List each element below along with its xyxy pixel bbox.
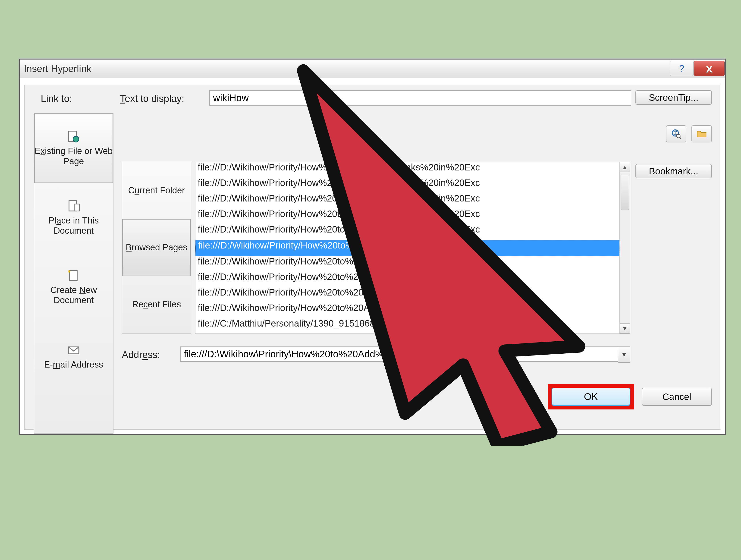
ok-button[interactable]: OK bbox=[552, 388, 630, 406]
browsed-pages-tab[interactable]: Browsed Pages bbox=[122, 219, 191, 276]
link-to-existing-file[interactable]: Existing File or Web Page bbox=[34, 114, 113, 183]
recent-files-tab[interactable]: Recent Files bbox=[122, 276, 191, 333]
svg-point-7 bbox=[677, 134, 680, 138]
svg-rect-3 bbox=[74, 204, 80, 211]
address-dropdown-button[interactable]: ▼ bbox=[618, 347, 630, 363]
svg-point-1 bbox=[73, 136, 79, 142]
help-button[interactable]: ? bbox=[670, 61, 693, 76]
file-list-items: file:///D:/Wikihow/Priority/How%20to%20A… bbox=[195, 162, 620, 333]
globe-search-icon bbox=[670, 129, 682, 139]
list-item[interactable]: file:///D:/Wikihow/Priority/How%20to%20A… bbox=[195, 240, 620, 256]
listbox-scrollbar[interactable]: ▲ ▼ bbox=[619, 162, 630, 333]
link-to-label: Link to: bbox=[41, 93, 72, 104]
dialog-body: Link to: Text to display: ScreenTip... B… bbox=[24, 85, 720, 430]
link-to-create-new-document[interactable]: Create New Document bbox=[34, 252, 113, 322]
help-icon: ? bbox=[679, 63, 684, 74]
chevron-down-icon: ▼ bbox=[621, 351, 627, 358]
browse-file-button[interactable] bbox=[691, 125, 712, 142]
address-label: Address: bbox=[122, 349, 160, 360]
link-to-email-address[interactable]: E-mail Address bbox=[34, 322, 113, 391]
close-icon: x bbox=[706, 61, 713, 75]
new-document-icon bbox=[66, 269, 82, 283]
ok-button-highlight: OK bbox=[548, 384, 634, 410]
list-item[interactable]: file:///D:/Wikihow/Priority/How%20to%20A… bbox=[195, 272, 620, 287]
list-item[interactable]: file:///D:/Wikihow/Priority/How%20to%20A… bbox=[195, 287, 620, 303]
text-to-display-label: Text to display: bbox=[120, 93, 184, 104]
scroll-up-button[interactable]: ▲ bbox=[620, 162, 630, 172]
link-to-place-in-document[interactable]: Place in This Document bbox=[34, 183, 113, 252]
titlebar: Insert Hyperlink ? x bbox=[20, 60, 725, 78]
list-item[interactable]: file:///D:/Wikihow/Priority/How%20to%20A… bbox=[195, 162, 620, 178]
document-bookmark-icon bbox=[66, 199, 82, 213]
browse-mode-nav: Current Folder Browsed Pages Recent File… bbox=[122, 162, 191, 334]
screentip-button[interactable]: ScreenTip... bbox=[635, 90, 712, 105]
browse-web-button[interactable] bbox=[666, 125, 686, 142]
close-button[interactable]: x bbox=[694, 61, 725, 76]
list-item[interactable]: file:///C:/Matthiu/Personality/1390_9151… bbox=[195, 318, 620, 334]
text-to-display-input[interactable] bbox=[209, 90, 631, 106]
list-item[interactable]: file:///D:/Wikihow/Priority/How%20to%20A… bbox=[195, 303, 620, 318]
list-item[interactable]: file:///D:/Wikihow/Priority/How%20to%20A… bbox=[195, 209, 620, 224]
scroll-track[interactable] bbox=[620, 172, 630, 323]
bookmark-button[interactable]: Bookmark... bbox=[635, 164, 712, 178]
link-to-sidebar: Existing File or Web Page Place in This … bbox=[34, 113, 114, 434]
list-item[interactable]: file:///D:/Wikihow/Priority/How%20to%20A… bbox=[195, 256, 620, 272]
cancel-button[interactable]: Cancel bbox=[642, 388, 712, 406]
dialog-title: Insert Hyperlink bbox=[20, 63, 91, 74]
current-folder-tab[interactable]: Current Folder bbox=[122, 162, 191, 219]
folder-open-icon bbox=[696, 129, 708, 139]
web-page-icon bbox=[66, 130, 82, 144]
scroll-thumb[interactable] bbox=[621, 175, 629, 210]
list-item[interactable]: file:///D:/Wikihow/Priority/How%20to%20A… bbox=[195, 224, 620, 240]
insert-hyperlink-dialog: Insert Hyperlink ? x Link to: Text to di… bbox=[19, 59, 726, 435]
address-input[interactable] bbox=[180, 347, 625, 362]
svg-rect-4 bbox=[70, 271, 77, 281]
list-item[interactable]: file:///D:/Wikihow/Priority/How%20to%20A… bbox=[195, 193, 620, 209]
list-item[interactable]: file:///D:/Wikihow/Priority/How%20to%20A… bbox=[195, 178, 620, 193]
file-listbox[interactable]: file:///D:/Wikihow/Priority/How%20to%20A… bbox=[195, 162, 630, 334]
email-icon bbox=[66, 344, 82, 357]
scroll-down-button[interactable]: ▼ bbox=[620, 323, 630, 333]
lookin-toolbar bbox=[122, 125, 712, 143]
